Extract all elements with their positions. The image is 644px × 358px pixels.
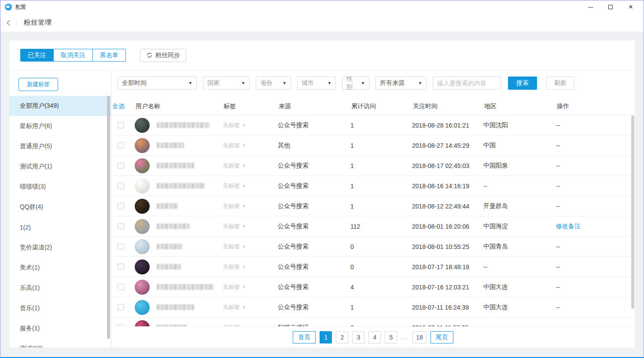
cell-source: 公众号搜索 (278, 303, 350, 311)
maximize-icon (608, 5, 613, 9)
chevron-down-icon: ▼ (418, 81, 422, 85)
cell-op: -- (556, 203, 635, 210)
tag-dropdown[interactable]: 无标签 ▼ (223, 182, 278, 190)
city-filter-select[interactable]: 城市 ▼ (297, 77, 336, 90)
row-checkbox[interactable] (118, 122, 124, 128)
pagination-page-18[interactable]: 18 (412, 331, 427, 343)
cell-op: -- (556, 183, 635, 190)
chevron-down-icon: ▼ (361, 81, 365, 85)
pagination-page-4[interactable]: 4 (368, 331, 381, 343)
fan-sync-button[interactable]: 粉丝同步 (140, 49, 186, 62)
tag-list: 全部用户(349) 星标用户(6) 普通用户(5) 测试用户(1) 啧啧啧(3)… (9, 96, 111, 347)
follow-tab-1[interactable]: 取消关注 (53, 49, 92, 61)
tag-dropdown[interactable]: 无标签 ▼ (223, 263, 278, 271)
table-row: 无标签 ▼ 公众号搜索 1 2018-08-28 16:01:21 中国沈阳 -… (111, 115, 635, 135)
province-filter-select[interactable]: 省份 ▼ (256, 77, 291, 90)
tag-list-item-label: 星标用户(6) (20, 122, 52, 130)
redacted-username (157, 183, 205, 189)
row-checkbox[interactable] (118, 243, 124, 250)
row-checkbox[interactable] (118, 142, 124, 149)
pagination-last-button[interactable]: 尾页 (431, 331, 453, 343)
tag-list-item[interactable]: 竞价渠道(2) (9, 237, 111, 258)
search-button[interactable]: 搜索 (508, 77, 537, 90)
tag-dropdown[interactable]: 无标签 ▼ (223, 223, 278, 230)
table-row: 无标签 ▼ 公众号搜索 112 2018-08-01 16:20:06 中国海淀… (111, 216, 635, 237)
tag-dropdown[interactable]: 无标签 ▼ (223, 162, 278, 170)
maximize-button[interactable] (600, 1, 621, 13)
row-checkbox[interactable] (118, 304, 124, 311)
pagination-pages: 1 2 3 4 5 ... 18 (320, 331, 426, 343)
cell-source: 公众号搜索 (278, 202, 350, 210)
redacted-username (157, 223, 190, 229)
tag-dropdown[interactable]: 无标签 ▼ (223, 202, 278, 210)
cell-region: 中国沈阳 (483, 121, 556, 129)
tag-list-item-label: 服务(1) (20, 325, 40, 332)
tag-list-item[interactable]: 服务(1) (9, 318, 111, 339)
minimize-button[interactable] (580, 1, 600, 13)
tag-list-item[interactable]: 音乐(1) (9, 298, 111, 318)
source-filter-select[interactable]: 所有来源 ▼ (375, 77, 427, 90)
back-button[interactable] (7, 19, 13, 26)
row-checkbox[interactable] (118, 223, 124, 230)
nav-bar: 粉丝管理 (0, 14, 644, 32)
tag-list-item[interactable]: 乐高(1) (9, 278, 111, 298)
tag-dropdown[interactable]: 无标签 ▼ (223, 243, 278, 251)
follow-tab-2[interactable]: 黑名单 (92, 49, 125, 61)
cell-region: -- (483, 183, 556, 190)
tag-list-item[interactable]: 1(2) (9, 217, 111, 237)
col-header-tag: 标签 (223, 102, 278, 110)
tag-list-item[interactable]: 测试2(0) (9, 339, 111, 347)
new-tag-button[interactable]: 新建标签 (18, 78, 58, 91)
redacted-username (157, 304, 194, 310)
row-checkbox[interactable] (118, 263, 124, 270)
tag-dropdown[interactable]: 无标签 ▼ (223, 142, 278, 150)
cell-source: 公众号搜索 (278, 182, 350, 190)
tag-dropdown[interactable]: 无标签 ▼ (223, 303, 278, 311)
tag-dropdown[interactable]: 无标签 ▼ (223, 283, 278, 291)
country-filter-value: 国家 (207, 79, 220, 87)
close-button[interactable]: × (621, 1, 641, 13)
sidebar-scrollbar[interactable] (107, 96, 110, 339)
row-checkbox[interactable] (118, 284, 124, 290)
tag-dropdown-label: 无标签 (223, 182, 240, 190)
refresh-button[interactable]: 刷新 (546, 77, 574, 90)
chevron-down-icon: ▼ (242, 184, 246, 188)
pagination-page-1[interactable]: 1 (320, 331, 332, 343)
search-input[interactable] (433, 77, 501, 90)
main-card: 已关注 取消关注 黑名单 粉丝同步 新建标签 全部用户(349) 星标用户(6) (9, 40, 635, 347)
time-filter-select[interactable]: 全部时间 ▼ (118, 77, 197, 90)
gender-filter-select[interactable]: 性别 ▼ (342, 77, 369, 90)
modify-note-link[interactable]: 修改备注 (556, 223, 635, 230)
tag-list-item[interactable]: 星标用户(6) (9, 116, 111, 136)
col-header-source: 来源 (278, 102, 350, 110)
user-avatar (135, 138, 150, 153)
pagination-page-2[interactable]: 2 (336, 331, 348, 343)
tag-list-item[interactable]: 美术(1) (9, 258, 111, 278)
fan-table-pane: 全部时间 ▼ 国家 ▼ 省份 ▼ 城市 ▼ (111, 70, 635, 347)
table-row: 无标签 ▼ 公众号搜索 0 2018-08-01 10:55:25 中国青岛 -… (111, 237, 635, 257)
tag-list-item[interactable]: QQ群(4) (9, 197, 111, 217)
tag-list-item[interactable]: 啧啧啧(3) (9, 177, 111, 197)
cell-time: 2018-08-27 14:45:29 (412, 142, 483, 149)
app-window: 配置 × 粉丝管理 已关注 取消关注 黑名单 (0, 0, 644, 358)
pagination-page-3[interactable]: 3 (352, 331, 364, 343)
tag-dropdown-label: 无标签 (223, 263, 240, 271)
table-scrollbar[interactable] (631, 115, 634, 309)
cell-op: -- (556, 304, 635, 311)
select-all-link[interactable]: 全选 (111, 102, 135, 110)
cell-op: -- (556, 284, 635, 291)
pagination-page-5[interactable]: 5 (385, 331, 397, 343)
row-checkbox[interactable] (118, 162, 124, 169)
follow-tab-0[interactable]: 已关注 (21, 49, 53, 61)
tag-list-item[interactable]: 普通用户(5) (9, 136, 111, 157)
tag-dropdown[interactable]: 无标签 ▼ (223, 121, 278, 129)
country-filter-select[interactable]: 国家 ▼ (203, 77, 250, 90)
row-checkbox[interactable] (118, 203, 124, 209)
tag-list-item[interactable]: 测试用户(1) (9, 157, 111, 177)
user-avatar (135, 280, 150, 295)
tag-list-item[interactable]: 全部用户(349) (9, 96, 111, 116)
pagination-first-button[interactable]: 首页 (293, 331, 316, 343)
row-checkbox[interactable] (118, 183, 124, 189)
cell-time: 2018-07-17 18:48:18 (412, 263, 483, 270)
table-row: 无标签 ▼ 公众号搜索 0 2018-07-17 18:48:18 -- -- (111, 257, 635, 277)
